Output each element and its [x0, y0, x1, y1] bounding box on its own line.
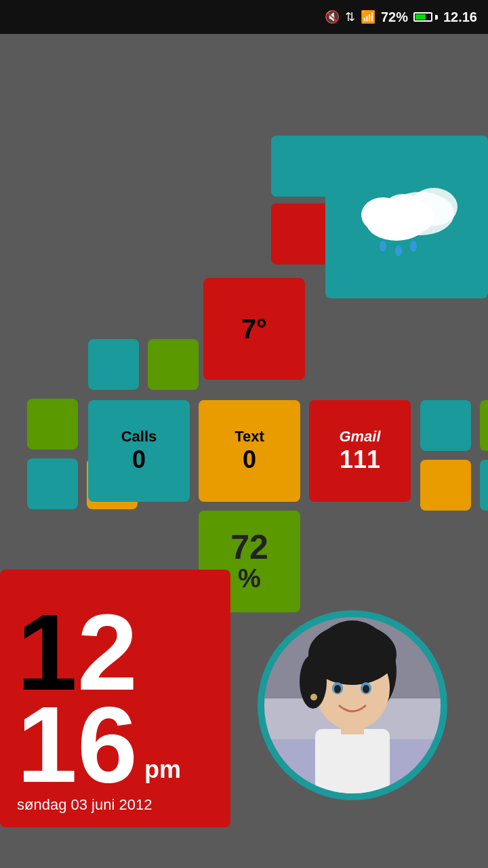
battery-icon [413, 12, 438, 22]
svg-point-15 [300, 654, 327, 709]
status-icons: 🔇 ⇅ 📶 72% 12.16 [325, 9, 477, 25]
tile-teal-r2[interactable] [480, 460, 488, 511]
avatar[interactable] [258, 610, 447, 800]
signal-icon: 📶 [361, 9, 375, 24]
tile-red-1[interactable] [271, 203, 332, 264]
tile-teal-left2[interactable] [27, 458, 78, 509]
clock-tile[interactable]: 12 16 pm søndag 03 juni 2012 [0, 570, 230, 827]
text-count: 0 [243, 446, 256, 474]
main-content: 7° Calls 0 Text 0 Gmail 111 72 [0, 34, 488, 868]
gmail-label: Gmail [339, 428, 380, 446]
text-label: Text [235, 428, 264, 446]
calls-label: Calls [121, 428, 157, 446]
tile-teal-r1[interactable] [420, 400, 471, 451]
sync-icon: ⇅ [345, 9, 355, 24]
battery-symbol: % [238, 564, 261, 593]
tile-green-left[interactable] [27, 399, 78, 450]
clock-date: søndag 03 juni 2012 [17, 796, 152, 814]
status-time: 12.16 [443, 9, 477, 25]
gmail-tile[interactable]: Gmail 111 [309, 400, 411, 502]
text-tile[interactable]: Text 0 [199, 400, 300, 502]
tile-green-mid[interactable] [148, 339, 199, 390]
battery-value: 72 [230, 530, 268, 564]
svg-point-6 [380, 241, 386, 252]
calls-tile[interactable]: Calls 0 [88, 400, 190, 502]
calls-count: 0 [132, 446, 146, 474]
tile-green-r1[interactable] [480, 400, 488, 451]
svg-point-19 [363, 685, 369, 693]
temperature-tile[interactable]: 7° [203, 278, 305, 380]
tile-orange-r1[interactable] [420, 460, 471, 511]
svg-point-7 [395, 245, 402, 256]
svg-point-8 [410, 241, 417, 252]
temperature-value: 7° [241, 314, 267, 344]
svg-rect-21 [341, 722, 364, 734]
battery-percent: 72% [381, 9, 408, 25]
svg-point-5 [386, 200, 434, 234]
gmail-count: 111 [340, 446, 380, 474]
tile-teal-1[interactable] [271, 136, 332, 197]
clock-minute: 16 [17, 698, 138, 791]
mute-icon: 🔇 [325, 9, 340, 24]
svg-point-22 [310, 694, 317, 701]
weather-tile[interactable] [325, 136, 488, 298]
svg-point-18 [334, 685, 341, 693]
status-bar: 🔇 ⇅ 📶 72% 12.16 [0, 0, 488, 34]
clock-period: pm [144, 755, 181, 784]
tile-teal-mid[interactable] [88, 339, 139, 390]
svg-rect-20 [315, 729, 390, 793]
